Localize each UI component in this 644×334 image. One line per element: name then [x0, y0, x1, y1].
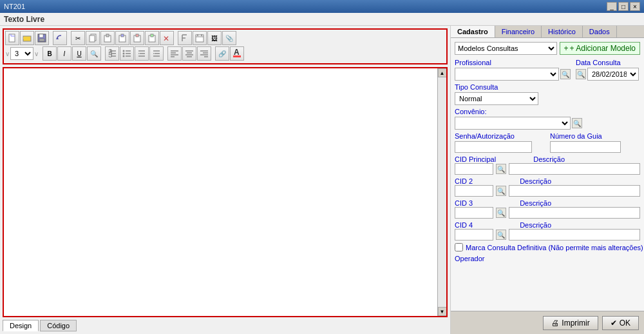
cid-principal-desc-label: Descrição [533, 155, 565, 163]
svg-text:✕: ✕ [163, 34, 169, 43]
align-left-button[interactable] [167, 46, 182, 61]
italic-button[interactable]: I [57, 46, 71, 61]
font-name-label: ∨ [5, 50, 10, 57]
check-icon: ✔ [611, 319, 617, 328]
cut-button[interactable]: ✂ [71, 31, 85, 45]
codigo-tab[interactable]: Código [40, 320, 77, 331]
format1-button[interactable] [178, 31, 192, 45]
senha-row: Senha/Autorização Número da Guia [455, 132, 640, 153]
svg-text:A: A [234, 49, 240, 57]
cid2-desc-input[interactable] [509, 185, 640, 197]
indent-increase-button[interactable] [149, 46, 164, 61]
maximize-button[interactable]: □ [618, 2, 629, 11]
cid4-search-icon[interactable]: 🔍 [496, 230, 506, 240]
data-consulta-select[interactable]: 28/02/2018 [587, 68, 639, 81]
scroll-down-button[interactable]: ▼ [438, 307, 447, 316]
cid3-input[interactable] [455, 207, 493, 219]
tab-cadastro[interactable]: Cadastro [451, 26, 495, 37]
convenio-select[interactable] [455, 117, 571, 130]
image2-button[interactable]: 📎 [222, 31, 236, 45]
link-button[interactable]: 🔗 [215, 46, 229, 61]
cid3-search-icon[interactable]: 🔍 [496, 208, 506, 218]
svg-rect-14 [121, 34, 124, 37]
editor-area[interactable]: ▲ ▼ [3, 67, 448, 317]
marca-consulta-checkbox[interactable] [455, 243, 463, 251]
cid-principal-input[interactable] [455, 163, 493, 175]
design-tab[interactable]: Design [3, 320, 39, 331]
svg-rect-0 [9, 34, 15, 42]
ordered-list-button[interactable]: 123 [105, 46, 119, 61]
title-controls: _ □ × [607, 2, 640, 11]
zoom-button[interactable]: 🔍 [87, 46, 101, 61]
svg-rect-7 [39, 39, 44, 41]
svg-rect-4 [23, 37, 26, 39]
image1-button[interactable]: 🖼 [207, 31, 222, 45]
main-container: ✂ [0, 26, 644, 334]
operador-row: Operador [455, 254, 640, 263]
cid2-desc-label: Descrição [520, 177, 551, 185]
data-col: Data Consulta 🔍 28/02/2018 [576, 59, 640, 81]
undo-button[interactable] [53, 31, 67, 45]
copy-button[interactable] [86, 31, 100, 45]
align-center-button[interactable] [182, 46, 196, 61]
underline-button[interactable]: U [72, 46, 86, 61]
printer-icon: 🖨 [551, 319, 559, 328]
paste5-button[interactable]: ✕ [160, 31, 174, 45]
unordered-list-button[interactable] [120, 46, 134, 61]
tab-dados[interactable]: Dados [583, 26, 617, 37]
modelos-select[interactable]: Modelos Consultas [455, 42, 557, 55]
cid-principal-search-icon[interactable]: 🔍 [496, 164, 506, 174]
imprimir-button[interactable]: 🖨 Imprimir [543, 316, 598, 330]
tab-financeiro[interactable]: Financeiro [495, 26, 542, 37]
paste3-button[interactable] [130, 31, 144, 45]
senha-input[interactable] [455, 141, 532, 153]
cid4-label: CID 4 [455, 221, 473, 229]
new-button[interactable] [5, 31, 19, 45]
close-button[interactable]: × [630, 2, 640, 11]
data-search-icon[interactable]: 🔍 [576, 69, 586, 79]
left-panel: ✂ [0, 26, 451, 334]
profissional-search-icon[interactable]: 🔍 [560, 69, 571, 79]
paste-button[interactable] [100, 31, 115, 45]
cid4-input[interactable] [455, 229, 493, 241]
numero-guia-input[interactable] [550, 141, 621, 153]
data-consulta-label: Data Consulta [576, 59, 640, 66]
cid2-row: 🔍 [455, 185, 640, 197]
indent-decrease-button[interactable] [135, 46, 149, 61]
cid3-desc-input[interactable] [509, 207, 640, 219]
font-size-select[interactable]: 31245 [10, 47, 33, 60]
plus-icon: + [564, 44, 569, 53]
convenio-search-icon[interactable]: 🔍 [572, 118, 582, 128]
cid-principal-desc-input[interactable] [509, 163, 640, 175]
tipo-consulta-select[interactable]: Normal [455, 92, 538, 105]
cid4-row: 🔍 [455, 229, 640, 241]
svg-rect-6 [39, 34, 43, 37]
editor-scrollbar: ▲ ▼ [437, 68, 446, 316]
align-right-button[interactable] [197, 46, 211, 61]
cid3-label: CID 3 [455, 199, 473, 207]
save-button[interactable] [35, 31, 49, 45]
svg-point-38 [123, 55, 125, 57]
tipo-row: Tipo Consulta Normal [455, 83, 640, 105]
toolbar-row-2: ∨ 31245 ∨ B I U 🔍 123 [5, 46, 445, 61]
paste4-button[interactable] [145, 31, 159, 45]
profissional-select[interactable] [455, 68, 559, 81]
ok-button[interactable]: ✔ OK [602, 316, 639, 330]
color-button[interactable]: A [230, 46, 244, 61]
tab-historico[interactable]: Histórico [542, 26, 583, 37]
calendar-button[interactable] [193, 31, 207, 45]
open-button[interactable] [20, 31, 34, 45]
add-model-button[interactable]: + + Adicionar Modelo [560, 42, 640, 55]
cid-principal-row: 🔍 [455, 163, 640, 175]
cid4-desc-input[interactable] [509, 229, 640, 241]
svg-marker-8 [56, 37, 59, 39]
paste2-button[interactable] [115, 31, 129, 45]
scroll-up-button[interactable]: ▲ [438, 68, 447, 77]
panel-header-label: Texto Livre [4, 15, 44, 24]
svg-marker-46 [153, 53, 155, 54]
cid2-search-icon[interactable]: 🔍 [496, 186, 506, 196]
minimize-button[interactable]: _ [607, 2, 617, 11]
svg-rect-23 [196, 35, 204, 42]
bold-button[interactable]: B [43, 46, 57, 61]
cid2-input[interactable] [455, 185, 493, 197]
